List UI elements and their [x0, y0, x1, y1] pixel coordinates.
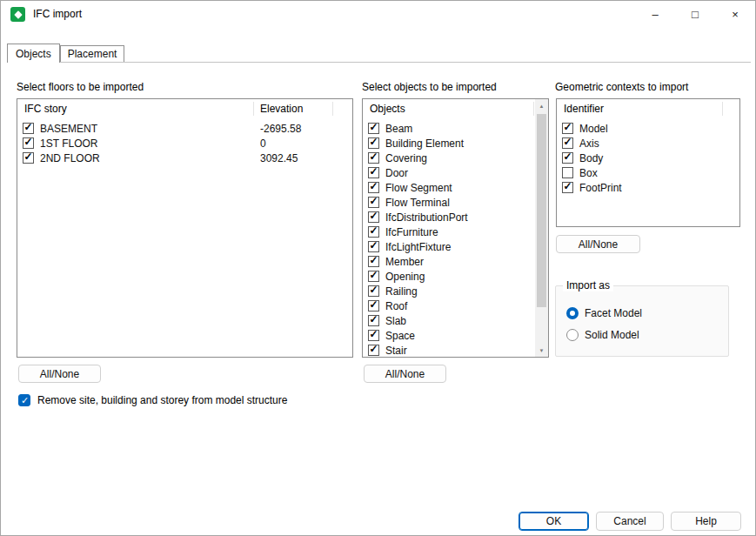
object-row[interactable]: Flow Segment	[363, 180, 535, 195]
context-row[interactable]: FootPrint	[557, 180, 739, 195]
column-header-elevation[interactable]: Elevation	[260, 103, 303, 115]
object-name: Covering	[385, 152, 427, 164]
remove-structure-checkbox[interactable]	[18, 394, 30, 406]
floor-elevation: -2695.58	[260, 123, 301, 135]
object-row[interactable]: Covering	[363, 151, 535, 165]
object-row[interactable]: IfcDistributionPort	[363, 210, 535, 224]
object-checkbox[interactable]	[368, 211, 379, 223]
object-row[interactable]: Building Element	[363, 136, 535, 151]
object-row[interactable]: Slab	[363, 313, 535, 328]
context-row[interactable]: Axis	[557, 136, 739, 151]
context-row[interactable]: Body	[557, 151, 739, 165]
context-name: Box	[579, 167, 598, 179]
maximize-button[interactable]: □	[675, 1, 715, 27]
object-row[interactable]: Stair	[363, 343, 535, 357]
object-checkbox[interactable]	[368, 241, 379, 252]
floor-checkbox[interactable]	[23, 152, 34, 164]
column-header-objects[interactable]: Objects	[370, 103, 405, 115]
floor-row[interactable]: 1ST FLOOR 0	[17, 136, 352, 151]
radio-icon[interactable]	[566, 329, 579, 341]
tab-objects[interactable]: Objects	[7, 44, 60, 63]
floor-row[interactable]: BASEMENT -2695.58	[17, 121, 352, 136]
context-name: Axis	[579, 137, 599, 150]
object-checkbox[interactable]	[368, 256, 379, 267]
floors-list[interactable]: IFC story Elevation BASEMENT -2695.58 1S…	[17, 98, 353, 358]
object-checkbox[interactable]	[368, 182, 379, 193]
object-row[interactable]: Member	[363, 254, 535, 269]
object-name: Building Element	[385, 137, 464, 150]
floor-checkbox[interactable]	[23, 137, 34, 149]
object-row[interactable]: Beam	[363, 121, 535, 136]
object-checkbox[interactable]	[368, 315, 379, 326]
objects-list[interactable]: Objects Beam Building Element Covering	[362, 98, 549, 358]
close-button[interactable]: ×	[715, 1, 755, 27]
object-row[interactable]: Door	[363, 165, 535, 180]
object-checkbox[interactable]	[368, 226, 379, 238]
object-row[interactable]: Roof	[363, 298, 535, 313]
object-row[interactable]: Flow Terminal	[363, 195, 535, 210]
context-row[interactable]: Model	[557, 121, 739, 136]
floors-list-header: IFC story Elevation	[17, 99, 352, 118]
context-row[interactable]: Box	[557, 165, 739, 180]
object-checkbox[interactable]	[368, 152, 379, 164]
floors-all-none-button[interactable]: All/None	[18, 365, 101, 383]
objects-rows: Beam Building Element Covering Door	[363, 118, 535, 357]
floors-rows: BASEMENT -2695.58 1ST FLOOR 0 2ND FLOOR …	[17, 118, 352, 357]
object-checkbox[interactable]	[368, 271, 379, 282]
objects-scrollbar[interactable]: ▲ ▼	[535, 99, 548, 357]
contexts-list[interactable]: Identifier Model Axis Body	[556, 98, 740, 227]
floor-row[interactable]: 2ND FLOOR 3092.45	[17, 151, 352, 165]
window-title: IFC import	[33, 8, 82, 20]
import-as-option[interactable]: Solid Model	[566, 327, 642, 343]
column-header-ifc-story[interactable]: IFC story	[24, 103, 67, 115]
objects-list-header: Objects	[363, 99, 548, 118]
import-as-group: Import as Facet Model Solid Model	[555, 285, 729, 357]
remove-structure-label: Remove site, building and storey from mo…	[37, 394, 287, 406]
object-checkbox[interactable]	[368, 137, 379, 149]
object-checkbox[interactable]	[368, 123, 379, 134]
help-button[interactable]: Help	[671, 512, 741, 531]
scrollbar-thumb[interactable]	[537, 114, 546, 307]
import-as-group-label: Import as	[563, 279, 613, 291]
column-header-identifier[interactable]: Identifier	[564, 103, 604, 115]
object-checkbox[interactable]	[368, 167, 379, 178]
column-separator	[722, 102, 723, 116]
object-row[interactable]: Opening	[363, 269, 535, 284]
import-as-option[interactable]: Facet Model	[566, 305, 642, 321]
object-row[interactable]: Railing	[363, 284, 535, 298]
objects-all-none-button[interactable]: All/None	[364, 365, 446, 383]
scroll-down-icon[interactable]: ▼	[535, 344, 548, 357]
radio-icon[interactable]	[566, 307, 579, 319]
minimize-button[interactable]: –	[635, 1, 675, 27]
floor-checkbox[interactable]	[23, 123, 34, 134]
ifc-import-dialog: IFC import – □ × Objects Placement Selec…	[0, 0, 756, 536]
scroll-up-icon[interactable]: ▲	[535, 99, 548, 112]
object-name: Flow Segment	[385, 182, 452, 194]
tab-placement[interactable]: Placement	[60, 45, 125, 62]
app-icon	[10, 7, 25, 22]
context-checkbox[interactable]	[562, 123, 573, 134]
context-checkbox[interactable]	[562, 167, 573, 178]
object-checkbox[interactable]	[368, 197, 379, 208]
object-checkbox[interactable]	[368, 285, 379, 297]
object-checkbox[interactable]	[368, 300, 379, 312]
object-name: Roof	[385, 300, 407, 312]
contexts-all-none-button[interactable]: All/None	[556, 235, 640, 253]
minimize-icon: –	[652, 8, 658, 21]
object-row[interactable]: IfcFurniture	[363, 224, 535, 239]
ok-button[interactable]: OK	[518, 512, 589, 531]
object-name: IfcFurniture	[385, 226, 438, 238]
context-checkbox[interactable]	[562, 137, 573, 149]
floor-elevation: 0	[260, 137, 266, 150]
context-name: Model	[579, 123, 608, 135]
object-checkbox[interactable]	[368, 345, 379, 356]
object-row[interactable]: Space	[363, 328, 535, 343]
context-checkbox[interactable]	[562, 152, 573, 164]
cancel-button[interactable]: Cancel	[596, 512, 664, 531]
object-checkbox[interactable]	[368, 330, 379, 341]
object-row[interactable]: IfcLightFixture	[363, 239, 535, 254]
remove-structure-option[interactable]: Remove site, building and storey from mo…	[18, 394, 287, 406]
floor-name: 2ND FLOOR	[40, 152, 100, 164]
context-checkbox[interactable]	[562, 182, 573, 193]
object-name: IfcLightFixture	[385, 241, 451, 253]
